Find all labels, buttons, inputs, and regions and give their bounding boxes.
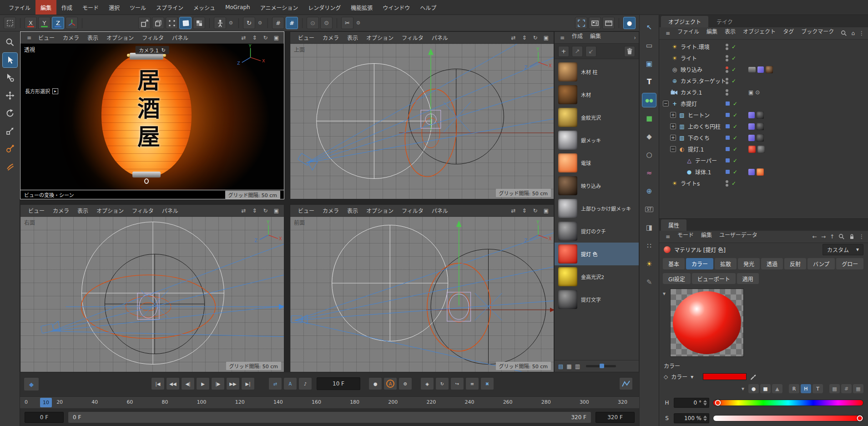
pan-icon[interactable]: ⇄ [510,35,517,41]
hue-value-field[interactable]: 0 ° [674,398,709,408]
menubar-item[interactable]: ファイル [4,0,35,15]
selection-settings-tool-icon[interactable] [3,71,17,85]
enabled-check[interactable]: ✓ [733,169,737,175]
undo-view-icon[interactable]: ↖ [642,20,656,34]
next-frame-button[interactable]: |▶ [211,377,225,390]
menu-overflow-icon[interactable]: › [634,35,636,41]
kebab-menu-icon[interactable]: ⋮ [859,30,864,36]
menubar-item[interactable]: 機能拡張 [346,0,378,15]
search-icon[interactable] [841,30,847,36]
viewport-menu-item[interactable]: オプション [102,34,138,41]
pencil-icon[interactable]: ✎ [642,275,656,289]
film-icon[interactable]: ◨ [642,221,656,234]
key-rotation-button[interactable]: ↻ [435,377,449,390]
blocks-button[interactable]: ▦ [853,384,863,393]
grab-tool-icon[interactable] [3,159,17,174]
load-material-icon[interactable]: ↗ [572,46,583,57]
material-item[interactable]: 提灯のクチ [555,220,639,243]
sphere-tool-button[interactable]: ● [623,17,636,29]
object-name[interactable]: 下のくち [688,134,710,142]
key-filter-button[interactable]: ✖ [480,377,494,390]
layer-chip[interactable] [726,124,730,128]
viewport-menu-item[interactable]: ビュー [294,207,318,214]
pan-icon[interactable]: ⇄ [240,35,247,41]
material-item[interactable]: 金紋光沢 [555,106,639,129]
hue-slider[interactable] [713,400,863,406]
visibility-dots[interactable] [726,180,728,187]
enabled-check[interactable]: ✓ [732,180,736,187]
material-thumbnail[interactable] [558,290,577,309]
viewport-menu-item[interactable]: フィルタ [138,34,168,41]
object-manager-menu-item[interactable]: タグ [779,27,797,39]
saturation-value-field[interactable]: 100 % [674,413,709,423]
swatches-button[interactable]: ▩ [829,384,840,393]
enabled-check[interactable]: ✓ [732,66,736,73]
render-picture-viewer-button[interactable] [589,17,601,29]
platonic-icon[interactable]: ◆ [642,130,656,143]
material-preview[interactable] [670,289,744,357]
collapse-preview-icon[interactable]: ▾ [663,290,666,297]
texture-tag[interactable] [748,146,756,153]
object-manager-menu-item[interactable]: ブックマーク [797,27,838,39]
keyframe-settings-button[interactable]: ⚙ [399,377,412,390]
toggle-view-icon[interactable]: ▣ [273,35,280,41]
channel-tab[interactable]: 透過 [761,258,783,269]
target-tag[interactable]: ⊙ [755,89,760,96]
light-object-icon[interactable]: ☀ [642,257,656,271]
record-keyframe-button[interactable]: ◆ [24,377,39,391]
channel-tab[interactable]: 拡散 [715,258,737,269]
object-name[interactable]: ライト [681,54,697,62]
visibility-dots[interactable] [726,89,728,96]
object-name[interactable]: カメラ.ターゲット [681,77,726,85]
current-frame-field[interactable]: 10 F [317,377,360,390]
top-view[interactable]: Y X Z 上面 グリッド間隔: 50 cm [290,44,554,199]
enabled-check[interactable]: ✓ [733,157,737,164]
toggle-view-icon[interactable]: ▣ [542,208,550,214]
guides-button[interactable]: ⚙ [320,17,333,29]
object-row[interactable]: ⊕ カメラ.ターゲット ✓ [659,75,868,86]
expand-icon[interactable]: + [670,135,676,141]
hue-slider-knob[interactable] [715,400,721,406]
floor-object-icon[interactable]: ⊕ [642,184,656,198]
rotate-tool-icon[interactable] [3,106,17,121]
render-view-button[interactable] [575,17,587,29]
object-name[interactable]: 映り込み [681,66,702,73]
object-row[interactable]: ☀ ライト.環境 ✓ [659,41,868,52]
layer-chip[interactable] [726,158,730,162]
instance-object-icon[interactable]: ■ [642,112,656,125]
menubar-item[interactable]: ウインドウ [378,0,415,15]
forward-icon[interactable]: → [821,233,826,240]
range-start-field[interactable]: 0 F [25,412,64,423]
delete-material-button[interactable] [624,46,635,57]
points-mode-button[interactable] [166,17,178,29]
orbit-icon[interactable]: ↻ [262,35,269,41]
visibility-dots[interactable] [726,66,728,73]
object-name[interactable]: ライトs [681,179,700,187]
menubar-item[interactable]: レンダリング [303,0,346,15]
goto-end-button[interactable]: ▶| [241,377,255,390]
object-name[interactable]: 提灯.1 [688,145,704,153]
hamburger-icon[interactable]: ≡ [557,35,567,41]
pan-icon[interactable]: ⇄ [240,208,247,214]
menubar-item[interactable]: スプライン [151,0,188,15]
coordinate-system-button[interactable] [66,17,78,29]
spectrum-mode-button[interactable]: ■ [760,384,771,393]
text-spline-icon[interactable]: T [642,75,656,89]
object-row[interactable]: − + 赤提灯 ✓ [659,98,868,109]
tab-objects[interactable]: オブジェクト [661,16,708,27]
menubar-item[interactable]: 作成 [56,0,77,15]
x-axis-lock-button[interactable]: X [25,17,37,29]
nodes-icon[interactable]: ∷ [642,239,656,253]
material-item[interactable]: 上部ひっかけ銀メッキ [555,197,639,220]
channel-tab[interactable]: カラー [686,258,713,269]
gear-icon[interactable]: ⚙ [355,17,362,29]
object-name[interactable]: 球体.1 [695,168,711,176]
character-tool-button[interactable] [214,17,226,29]
viewport-menu-item[interactable]: オプション [362,207,398,214]
menubar-item[interactable]: 編集 [35,0,56,15]
back-icon[interactable]: ← [812,233,817,240]
channel-tab[interactable]: GI設定 [663,273,691,284]
sound-button[interactable]: ♪ [298,377,312,390]
texture-tag[interactable] [757,168,764,176]
bend-deformer-icon[interactable]: ≈ [642,166,656,180]
